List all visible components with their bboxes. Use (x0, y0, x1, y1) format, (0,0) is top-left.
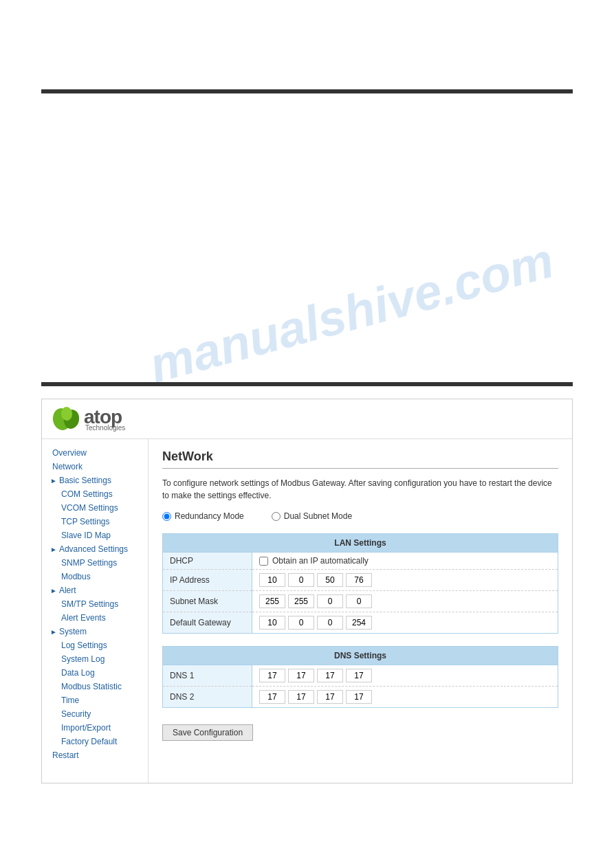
dhcp-checkbox[interactable] (259, 557, 268, 566)
sidebar-section-alert-label: Alert (59, 586, 76, 595)
mode-radio-row: Redundancy Mode Dual Subnet Mode (162, 511, 558, 521)
ip-address-label: IP Address (163, 570, 252, 591)
logo-text-container: atop Technologies (84, 406, 125, 432)
sidebar-sub-com-settings[interactable]: COM Settings (42, 487, 148, 501)
sidebar-sub-tcp-settings[interactable]: TCP Settings (42, 515, 148, 528)
dns1-octet-2[interactable] (288, 669, 314, 682)
subnet-mask-octet-4[interactable] (346, 594, 372, 608)
arrow-icon: ► (50, 477, 57, 485)
dual-subnet-mode-label[interactable]: Dual Subnet Mode (272, 511, 352, 521)
sidebar-section-advanced-settings[interactable]: ► Advanced Settings (42, 542, 148, 556)
subnet-mask-fields (259, 594, 551, 608)
ip-address-octet-3[interactable] (317, 573, 343, 587)
sidebar-sub-modbus-statistic[interactable]: Modbus Statistic (42, 680, 148, 693)
subnet-mask-row: Subnet Mask (163, 591, 558, 612)
sidebar: Overview Network ► Basic Settings COM Se… (42, 439, 149, 783)
arrow-icon-3: ► (50, 587, 57, 594)
dns1-octet-3[interactable] (317, 669, 343, 682)
default-gateway-row: Default Gateway (163, 612, 558, 634)
dns1-octet-1[interactable] (259, 669, 285, 682)
middle-space: manualshive.com (0, 93, 614, 382)
default-gateway-octet-3[interactable] (317, 616, 343, 630)
dns2-cell (252, 687, 558, 708)
redundancy-mode-radio[interactable] (162, 512, 171, 521)
sidebar-sub-vcom-settings[interactable]: VCOM Settings (42, 501, 148, 515)
sidebar-item-overview[interactable]: Overview (42, 446, 148, 460)
default-gateway-octet-1[interactable] (259, 616, 285, 630)
sidebar-sub-smtp-settings[interactable]: SM/TP Settings (42, 597, 148, 611)
subnet-mask-octet-3[interactable] (317, 594, 343, 608)
ip-address-octet-2[interactable] (288, 573, 314, 587)
dns1-octet-4[interactable] (346, 669, 372, 682)
logo-icon (52, 407, 81, 432)
main-content: atop Technologies Overview Network ► Bas… (41, 399, 573, 783)
subnet-mask-octet-1[interactable] (259, 594, 285, 608)
bottom-space (0, 783, 614, 852)
dhcp-auto-label: Obtain an IP automatically (272, 556, 369, 566)
sidebar-sub-slave-id-map[interactable]: Slave ID Map (42, 528, 148, 542)
sidebar-section-system[interactable]: ► System (42, 625, 148, 638)
ip-address-row: IP Address (163, 570, 558, 591)
redundancy-mode-label[interactable]: Redundancy Mode (162, 511, 244, 521)
subnet-mask-label: Subnet Mask (163, 591, 252, 612)
sidebar-section-basic-settings[interactable]: ► Basic Settings (42, 474, 148, 487)
sidebar-section-basic-label: Basic Settings (59, 476, 111, 485)
sidebar-section-advanced-label: Advanced Settings (59, 544, 128, 554)
ip-address-octet-4[interactable] (346, 573, 372, 587)
ip-address-cell (252, 570, 558, 591)
dns2-octet-4[interactable] (346, 690, 372, 704)
arrow-icon-2: ► (50, 546, 57, 553)
dhcp-label: DHCP (163, 553, 252, 570)
default-gateway-fields (259, 616, 551, 630)
page-description: To configure network settings of Modbus … (162, 477, 558, 502)
default-gateway-octet-2[interactable] (288, 616, 314, 630)
ip-address-octet-1[interactable] (259, 573, 285, 587)
sidebar-sub-data-log[interactable]: Data Log (42, 666, 148, 680)
dns2-octet-1[interactable] (259, 690, 285, 704)
dns-settings-header: DNS Settings (163, 647, 558, 665)
sidebar-section-alert[interactable]: ► Alert (42, 583, 148, 597)
default-gateway-octet-4[interactable] (346, 616, 372, 630)
logo-sub: Technologies (85, 424, 125, 432)
subnet-mask-octet-2[interactable] (288, 594, 314, 608)
dns2-row: DNS 2 (163, 687, 558, 708)
redundancy-mode-text: Redundancy Mode (175, 511, 244, 521)
dhcp-row: DHCP Obtain an IP automatically (163, 553, 558, 570)
logo-container: atop Technologies (52, 406, 125, 432)
small-gap (0, 386, 614, 399)
dns2-label: DNS 2 (163, 687, 252, 708)
dns1-label: DNS 1 (163, 665, 252, 687)
sidebar-sub-factory-default[interactable]: Factory Default (42, 735, 148, 748)
arrow-icon-4: ► (50, 628, 57, 636)
content-wrapper: Overview Network ► Basic Settings COM Se… (42, 439, 572, 783)
lan-settings-table: LAN Settings DHCP Obtain an IP automatic… (162, 533, 558, 634)
watermark: manualshive.com (143, 232, 559, 382)
dns2-fields (259, 690, 551, 704)
sidebar-section-system-label: System (59, 627, 87, 636)
dns1-row: DNS 1 (163, 665, 558, 687)
sidebar-sub-log-settings[interactable]: Log Settings (42, 638, 148, 652)
sidebar-sub-time[interactable]: Time (42, 693, 148, 707)
sidebar-sub-security[interactable]: Security (42, 707, 148, 721)
sidebar-item-restart[interactable]: Restart (42, 748, 148, 762)
top-space (0, 0, 614, 89)
dual-subnet-mode-radio[interactable] (272, 512, 281, 521)
dns2-octet-3[interactable] (317, 690, 343, 704)
dual-subnet-mode-text: Dual Subnet Mode (284, 511, 352, 521)
dhcp-cell: Obtain an IP automatically (252, 553, 558, 570)
sidebar-item-network[interactable]: Network (42, 460, 148, 474)
ip-address-fields (259, 573, 551, 587)
dhcp-control-row: Obtain an IP automatically (259, 556, 551, 566)
page-title: NetWork (162, 449, 558, 469)
sidebar-sub-import-export[interactable]: Import/Export (42, 721, 148, 735)
sidebar-sub-snmp-settings[interactable]: SNMP Settings (42, 556, 148, 570)
save-configuration-button[interactable]: Save Configuration (162, 724, 253, 741)
sidebar-sub-system-log[interactable]: System Log (42, 652, 148, 666)
subnet-mask-cell (252, 591, 558, 612)
sidebar-sub-alert-events[interactable]: Alert Events (42, 611, 148, 625)
sidebar-sub-modbus[interactable]: Modbus (42, 570, 148, 583)
dns2-octet-2[interactable] (288, 690, 314, 704)
dns1-cell (252, 665, 558, 687)
default-gateway-cell (252, 612, 558, 634)
dns1-fields (259, 669, 551, 682)
